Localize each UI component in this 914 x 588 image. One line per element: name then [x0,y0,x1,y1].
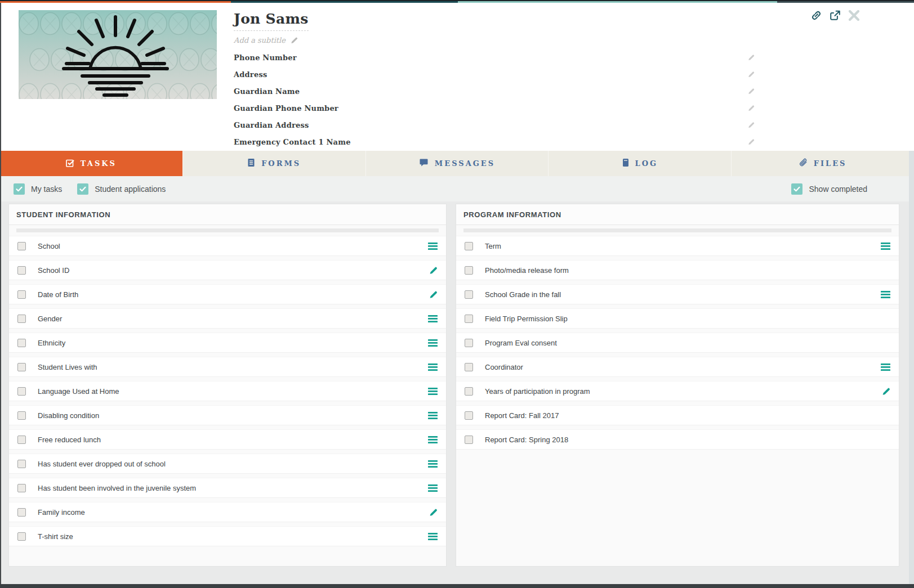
open-options-button[interactable] [427,460,438,468]
student-profile-modal: Jon Sams Add a subtitle Phone NumberAddr… [0,0,914,588]
task-checkbox[interactable] [17,484,26,492]
task-checkbox[interactable] [465,436,473,444]
task-checkbox[interactable] [17,290,26,299]
task-checkbox[interactable] [17,242,26,250]
panel-inset-shadow [463,228,891,232]
task-checkbox[interactable] [17,508,26,517]
profile-field-row: Guardian Name [234,83,755,100]
edit-field-button[interactable] [748,138,755,145]
task-label: Photo/media release form [485,266,880,275]
tab-log[interactable]: LOG [548,151,731,176]
task-label: Report Card: Fall 2017 [485,411,880,420]
task-checkbox[interactable] [17,532,26,541]
edit-field-button[interactable] [748,88,755,95]
task-row: Has student ever dropped out of school [9,454,446,474]
edit-field-button[interactable] [748,122,755,128]
open-options-button[interactable] [880,243,890,250]
task-checkbox[interactable] [17,460,26,468]
task-checkbox[interactable] [465,387,473,396]
panel-title: PROGRAM INFORMATION [463,210,561,219]
edit-value-button[interactable] [880,387,890,396]
open-options-button[interactable] [880,291,890,298]
filter-label: My tasks [31,185,62,194]
header-actions [811,10,859,21]
tab-forms[interactable]: FORMS [182,151,365,176]
tab-messages[interactable]: MESSAGES [365,151,549,176]
edit-subtitle-button[interactable] [291,37,298,44]
filter-checkbox[interactable] [77,183,88,195]
task-row: Years of participation in program [456,381,899,401]
task-checkbox[interactable] [17,411,26,420]
copy-link-button[interactable] [811,10,822,21]
task-row: Coordinator [456,357,899,377]
filter-student-applications[interactable]: Student applications [77,183,166,195]
open-options-button[interactable] [427,388,438,395]
task-label: Date of Birth [38,290,427,299]
task-checkbox[interactable] [17,363,26,371]
open-options-button[interactable] [427,363,438,371]
panel-student-information: STUDENT INFORMATIONSchoolSchool IDDate o… [8,204,447,567]
task-row: School Grade in the fall [456,284,899,304]
task-checkbox[interactable] [17,339,26,347]
task-row: Has student been involved in the juvenil… [9,478,446,498]
open-options-button[interactable] [427,436,438,443]
edit-value-button[interactable] [427,266,438,275]
task-checkbox[interactable] [465,363,473,371]
open-options-button[interactable] [427,484,438,492]
task-label: Term [485,242,880,250]
tab-label: FORMS [261,159,301,168]
filter-checkbox[interactable] [14,183,25,195]
tab-files[interactable]: FILES [731,151,914,176]
task-row: Free reduced lunch [9,429,446,450]
task-label: Gender [38,315,427,323]
profile-field-label: Phone Number [234,53,297,62]
task-checkbox[interactable] [465,266,473,275]
profile-field-row: Phone Number [234,49,755,66]
link-icon [811,10,822,21]
edit-field-button[interactable] [748,105,755,111]
task-checkbox[interactable] [17,315,26,323]
task-checkbox[interactable] [465,315,473,323]
task-checkbox[interactable] [465,290,473,299]
task-label: Disabling condition [38,411,427,420]
profile-field-label: Guardian Name [234,87,300,96]
task-checkbox[interactable] [465,411,473,420]
profile-field-row: Guardian Phone Number [234,100,755,116]
edit-field-button[interactable] [748,71,755,78]
filter-checkbox[interactable] [791,183,802,195]
edit-field-button[interactable] [748,54,755,61]
task-row: Term [456,236,899,256]
task-checkbox[interactable] [17,436,26,444]
open-options-button[interactable] [880,363,890,371]
task-label: Has student been involved in the juvenil… [38,484,427,492]
tab-label: TASKS [81,159,117,168]
task-row: Ethnicity [9,333,446,353]
tab-tasks[interactable]: TASKS [0,151,182,176]
task-label: School ID [38,266,427,275]
task-checkbox[interactable] [465,242,473,250]
edit-value-button[interactable] [427,508,438,517]
open-options-button[interactable] [427,533,438,540]
subtitle-placeholder[interactable]: Add a subtitle [234,36,286,44]
open-options-button[interactable] [427,339,438,347]
profile-field-label: Guardian Phone Number [234,104,338,113]
task-label: T-shirt size [38,532,427,541]
filter-show-completed[interactable]: Show completed [791,183,867,195]
open-options-button[interactable] [427,243,438,250]
edit-value-button[interactable] [427,290,438,299]
task-row: Language Used at Home [9,381,446,401]
task-checkbox[interactable] [17,266,26,275]
task-row: Family income [9,502,446,522]
tasks-icon [66,158,74,169]
task-row: Field Trip Permission Slip [456,308,899,329]
task-checkbox[interactable] [17,387,26,396]
filter-my-tasks[interactable]: My tasks [14,183,62,195]
open-options-button[interactable] [427,412,438,419]
open-options-button[interactable] [427,315,438,322]
share-button[interactable] [830,10,841,21]
task-checkbox[interactable] [465,339,473,347]
scrollbar-track[interactable] [909,151,914,584]
close-button[interactable] [849,10,859,21]
files-icon [799,158,808,169]
share-icon [830,10,841,21]
